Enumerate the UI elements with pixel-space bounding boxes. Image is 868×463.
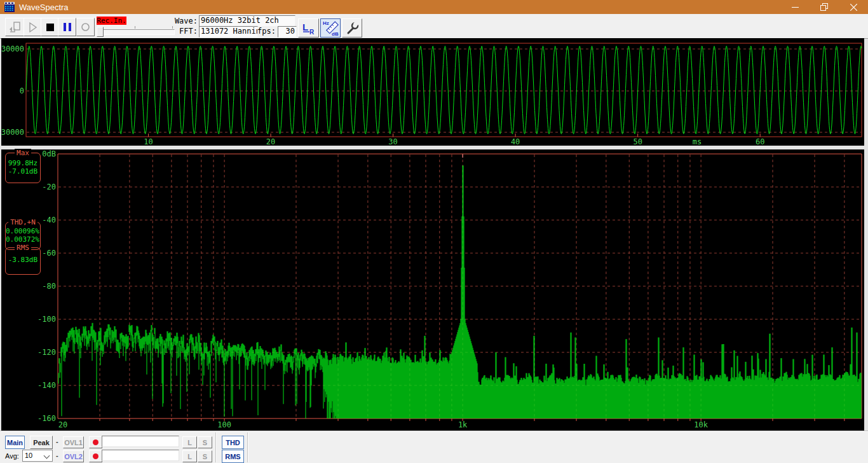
- channel-select-button[interactable]: L R: [298, 18, 319, 38]
- fft-label: FFT:: [154, 27, 198, 36]
- fps-field[interactable]: 30: [278, 26, 297, 38]
- record-icon: [81, 22, 90, 32]
- rms-level-value: -3.83dB: [6, 256, 40, 264]
- restore-icon: [820, 3, 828, 11]
- svg-text:Hz: Hz: [323, 20, 329, 26]
- svg-text:40: 40: [511, 137, 520, 146]
- svg-text:R: R: [309, 29, 315, 36]
- svg-text:-140: -140: [37, 381, 56, 390]
- stop-icon: [46, 24, 54, 31]
- svg-text:1k: 1k: [458, 420, 468, 429]
- fps-label: fps:: [257, 27, 276, 36]
- open-file-icon: [8, 21, 21, 34]
- ovl2-record-button[interactable]: [89, 450, 102, 462]
- ovl2-load-button[interactable]: L: [182, 450, 197, 462]
- svg-text:-80: -80: [42, 282, 56, 291]
- toolbar: Rec.In. Wave: 96000Hz 32bit 2ch FFT: 131…: [0, 14, 868, 39]
- wrench-icon: [344, 20, 360, 36]
- svg-text:0: 0: [20, 86, 24, 95]
- svg-text:100: 100: [217, 420, 231, 429]
- svg-text:20: 20: [58, 420, 67, 429]
- dash-separator: -: [56, 438, 58, 445]
- play-button[interactable]: [24, 18, 42, 36]
- play-icon: [28, 22, 38, 32]
- scale-mode-button[interactable]: Hz dB: [320, 18, 341, 38]
- rms-readout-label: RMS: [15, 244, 31, 252]
- svg-text:-100: -100: [37, 315, 56, 324]
- open-button[interactable]: [5, 18, 24, 36]
- stop-button[interactable]: [41, 18, 59, 36]
- wave-format-field: 96000Hz 32bit 2ch: [199, 15, 295, 27]
- svg-text:dB: dB: [332, 31, 339, 36]
- statusbar-separator: [215, 432, 216, 462]
- svg-text:-60: -60: [42, 249, 56, 258]
- ovl1-save-button[interactable]: S: [198, 436, 212, 448]
- main-tab-button[interactable]: Main: [5, 436, 25, 449]
- svg-text:30000: 30000: [1, 45, 24, 53]
- ovl2-save-button[interactable]: S: [198, 450, 212, 462]
- peak-tab-button[interactable]: Peak: [30, 436, 53, 449]
- ovl2-button[interactable]: OVL2: [63, 450, 84, 462]
- waveform-chart: 300000-30000102030405060ms: [0, 38, 868, 146]
- ovl1-load-button[interactable]: L: [182, 436, 197, 448]
- pause-icon: [64, 23, 71, 31]
- title-bar: WaveSpectra: [0, 0, 868, 14]
- max-readout-label: Max: [15, 149, 31, 157]
- record-dot-icon: [93, 439, 98, 445]
- statusbar-separator: [247, 432, 248, 462]
- app-window: WaveSpectra: [0, 0, 868, 463]
- position-slider-thumb[interactable]: [97, 27, 104, 37]
- max-level-value: -7.01dB: [6, 167, 40, 176]
- chevron-down-icon: [44, 453, 50, 459]
- rms-readout-box: RMS -3.83dB: [5, 247, 41, 275]
- dash-separator: -: [56, 452, 58, 459]
- thd-ratio2-value: 0.00372%: [6, 235, 40, 244]
- svg-text:10: 10: [144, 137, 153, 146]
- ovl1-button[interactable]: OVL1: [63, 436, 84, 448]
- avg-value: 10: [25, 452, 32, 459]
- avg-dropdown[interactable]: 10: [22, 450, 53, 462]
- svg-text:0dB: 0dB: [42, 149, 56, 158]
- svg-text:L: L: [302, 22, 308, 32]
- record-button[interactable]: [76, 18, 95, 36]
- thd-readout-label: THD,+N: [8, 218, 37, 226]
- rec-in-badge: Rec.In.: [97, 17, 126, 25]
- close-icon: [850, 4, 857, 11]
- minimize-icon: [792, 4, 799, 11]
- thd-ratio1-value: 0.00096%: [6, 227, 40, 235]
- svg-text:-30000: -30000: [0, 128, 24, 137]
- svg-text:30: 30: [388, 137, 397, 146]
- svg-text:-40: -40: [42, 216, 56, 225]
- rms-toggle-button[interactable]: RMS: [222, 450, 244, 463]
- window-title: WaveSpectra: [19, 3, 69, 12]
- status-bar: Main Peak - OVL1 L S THD Avg: 10 - OVL2 …: [0, 431, 868, 463]
- thd-toggle-button[interactable]: THD: [222, 436, 244, 449]
- hz-db-scale-icon: Hz dB: [322, 20, 339, 36]
- fft-settings-field: 131072 Hanning: [199, 26, 258, 38]
- svg-text:50: 50: [633, 137, 642, 146]
- spectrum-chart: 0dB-20-40-60-80-100-120-140-160201001k10…: [0, 149, 868, 431]
- svg-text:60: 60: [756, 137, 764, 146]
- svg-text:-160: -160: [37, 414, 56, 423]
- slider-tick: [135, 26, 135, 29]
- max-frequency-value: 999.8Hz: [6, 159, 40, 167]
- ovl1-file-input[interactable]: [102, 436, 179, 447]
- restore-button[interactable]: [810, 0, 839, 14]
- pause-button[interactable]: [58, 18, 76, 36]
- ovl2-file-input[interactable]: [102, 450, 179, 461]
- svg-text:10k: 10k: [694, 420, 708, 429]
- svg-text:-120: -120: [37, 348, 56, 357]
- svg-text:ms: ms: [693, 137, 702, 146]
- wave-label: Wave:: [154, 17, 198, 25]
- ovl1-record-button[interactable]: [89, 436, 102, 448]
- close-button[interactable]: [839, 0, 868, 14]
- left-right-channel-icon: L R: [301, 20, 316, 36]
- minimize-button[interactable]: [780, 0, 810, 14]
- svg-text:-20: -20: [42, 183, 56, 191]
- record-dot-icon: [93, 453, 98, 459]
- settings-button[interactable]: [342, 18, 362, 38]
- max-readout-box: Max 999.8Hz -7.01dB: [5, 153, 41, 183]
- svg-text:20: 20: [266, 137, 275, 146]
- app-icon: [4, 2, 15, 12]
- avg-label: Avg:: [5, 452, 19, 460]
